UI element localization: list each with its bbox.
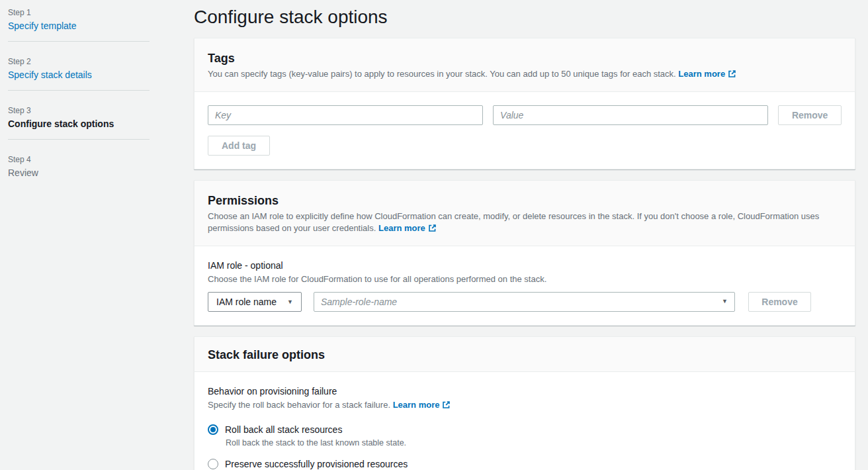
radio-description: Roll back the stack to the last known st… [226, 438, 842, 448]
steps-sidebar: Step 1 Specify template Step 2 Specify s… [8, 7, 150, 188]
sidebar-item-configure-stack-options-current: Configure stack options [8, 118, 150, 130]
learn-more-label: Learn more [378, 223, 425, 233]
rollback-radio-group: Roll back all stack resources Roll back … [208, 423, 842, 470]
stack-failure-options-card: Stack failure options Behavior on provis… [194, 336, 855, 470]
radio-label[interactable]: Preserve successfully provisioned resour… [225, 457, 408, 470]
sidebar-item-specify-template[interactable]: Specify template [8, 20, 150, 32]
add-tag-button[interactable]: Add tag [208, 136, 270, 156]
learn-more-label: Learn more [678, 69, 725, 79]
permissions-description-text: Choose an IAM role to explicitly define … [208, 211, 819, 233]
main-content: Configure stack options Tags You can spe… [194, 0, 855, 470]
permissions-card-header: Permissions Choose an IAM role to explic… [195, 181, 855, 246]
permissions-learn-more-link[interactable]: Learn more [378, 223, 437, 233]
tags-description-text: You can specify tags (key-value pairs) t… [208, 69, 676, 79]
iam-role-name-combobox: ▼ [314, 292, 735, 312]
tags-card-body: Remove Add tag [195, 92, 855, 169]
step-number: Step 3 [8, 105, 150, 116]
sidebar-step-1: Step 1 Specify template [8, 7, 150, 32]
behavior-learn-more-link[interactable]: Learn more [393, 400, 451, 410]
page-title: Configure stack options [194, 0, 855, 30]
iam-role-description: Choose the IAM role for CloudFormation t… [208, 273, 842, 285]
iam-role-type-select[interactable]: IAM role name ▼ [208, 292, 302, 312]
sidebar-step-4: Step 4 Review [8, 154, 150, 179]
radio-unselected-icon[interactable] [208, 459, 218, 469]
tags-description: You can specify tags (key-value pairs) t… [208, 68, 842, 81]
tags-learn-more-link[interactable]: Learn more [678, 69, 736, 79]
step-number: Step 1 [8, 7, 150, 18]
stack-failure-title: Stack failure options [208, 348, 842, 362]
radio-option-rollback-all: Roll back all stack resources Roll back … [208, 423, 842, 448]
permissions-title: Permissions [208, 193, 842, 208]
caret-down-icon: ▼ [287, 299, 293, 305]
iam-role-name-input[interactable] [314, 292, 735, 312]
radio-selected-icon[interactable] [208, 424, 218, 435]
tag-remove-button[interactable]: Remove [778, 105, 842, 125]
behavior-description-text: Specify the roll back behavior for a sta… [208, 400, 390, 410]
radio-option-preserve-resources: Preserve successfully provisioned resour… [208, 457, 842, 470]
permissions-card: Permissions Choose an IAM role to explic… [194, 180, 855, 326]
stack-failure-card-body: Behavior on provisioning failure Specify… [195, 372, 855, 470]
tags-title: Tags [208, 51, 842, 66]
tag-key-input[interactable] [208, 105, 483, 125]
radio-preserve-resources[interactable]: Preserve successfully provisioned resour… [208, 457, 842, 470]
permissions-card-body: IAM role - optional Choose the IAM role … [195, 246, 855, 325]
external-link-icon [728, 70, 736, 81]
sidebar-item-review: Review [8, 167, 150, 179]
iam-role-remove-button[interactable]: Remove [748, 292, 811, 312]
tags-card-header: Tags You can specify tags (key-value pai… [195, 38, 855, 92]
radio-label[interactable]: Roll back all stack resources [225, 423, 342, 436]
behavior-label: Behavior on provisioning failure [208, 385, 842, 397]
step-number: Step 2 [8, 56, 150, 67]
tags-card: Tags You can specify tags (key-value pai… [194, 38, 855, 169]
external-link-icon [428, 224, 437, 236]
stack-failure-card-header: Stack failure options [195, 337, 855, 372]
sidebar-step-2: Step 2 Specify stack details [8, 56, 150, 81]
permissions-description: Choose an IAM role to explicitly define … [208, 211, 842, 236]
external-link-icon [442, 400, 451, 412]
sidebar-divider [8, 41, 150, 42]
radio-rollback-all[interactable]: Roll back all stack resources [208, 423, 842, 436]
tag-value-input[interactable] [493, 105, 768, 125]
sidebar-item-specify-stack-details[interactable]: Specify stack details [8, 69, 150, 81]
iam-role-type-value: IAM role name [216, 297, 277, 307]
sidebar-step-3: Step 3 Configure stack options [8, 105, 150, 130]
behavior-description: Specify the roll back behavior for a sta… [208, 399, 842, 412]
step-number: Step 4 [8, 154, 150, 165]
sidebar-divider [8, 139, 150, 140]
learn-more-label: Learn more [393, 400, 440, 410]
sidebar-divider [8, 90, 150, 91]
iam-role-label: IAM role - optional [208, 259, 842, 271]
